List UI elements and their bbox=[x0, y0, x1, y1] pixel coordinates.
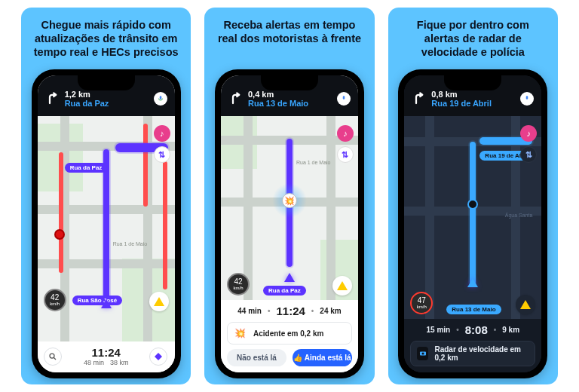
notch bbox=[444, 75, 501, 90]
eta-distance: 38 km bbox=[110, 359, 129, 366]
map-road bbox=[244, 116, 253, 300]
street-label: Água Santa bbox=[505, 213, 533, 218]
app-screen: 0,4 km Rua 13 de Maio 💥 Rua 1 de Maio bbox=[221, 75, 358, 372]
alert-text: Radar de velocidade em 0,2 km bbox=[434, 345, 528, 362]
phone-frame: 0,4 km Rua 13 de Maio 💥 Rua 1 de Maio bbox=[215, 69, 364, 378]
app-screen-dark: 0,8 km Rua 19 de Abril Rua 19 de Abril R… bbox=[404, 75, 541, 372]
nav-street: Rua 19 de Abril bbox=[431, 99, 492, 108]
speed-value: 42 bbox=[51, 294, 59, 302]
speed-unit: km/h bbox=[50, 302, 60, 306]
alert-card: 💥 Acidente em 0,2 km bbox=[227, 322, 352, 345]
map-road bbox=[425, 116, 434, 319]
turn-right-icon bbox=[412, 92, 425, 106]
eta-row[interactable]: 44 min • 11:24 • 24 km bbox=[227, 305, 352, 317]
mic-icon bbox=[157, 95, 164, 103]
speed-unit: km/h bbox=[233, 286, 243, 290]
headline: Chegue mais rápido com atualizações de t… bbox=[30, 18, 182, 62]
map-view[interactable]: Rua da Paz Rua São José Rua 1 de Maio ♪ … bbox=[38, 116, 175, 341]
traffic-congestion bbox=[163, 161, 167, 289]
report-button[interactable] bbox=[516, 295, 535, 314]
confirm-row: Não está lá 👍 Ainda está lá bbox=[227, 349, 352, 366]
incident-pin[interactable]: 💥 bbox=[282, 193, 297, 208]
voice-button[interactable] bbox=[154, 92, 167, 106]
nav-distance: 0,8 km bbox=[431, 90, 492, 99]
traffic-congestion bbox=[59, 152, 63, 273]
turn-right-icon bbox=[228, 92, 242, 106]
vehicle-marker bbox=[284, 273, 295, 282]
map-view[interactable]: Rua 19 de Abril Rua 13 de Maio Água Sant… bbox=[404, 116, 541, 319]
directions-icon bbox=[154, 352, 163, 361]
thumbs-up-icon: 👍 bbox=[293, 354, 302, 362]
eta-minutes: 15 min bbox=[427, 326, 451, 334]
still-there-button[interactable]: 👍 Ainda está lá bbox=[293, 349, 352, 366]
route-options-button[interactable]: ⇅ bbox=[337, 146, 354, 163]
nav-info: 1,2 km Rua da Paz bbox=[65, 90, 109, 108]
nav-street: Rua da Paz bbox=[65, 99, 109, 108]
store-panel-3: Fique por dentro com alertas de radar de… bbox=[388, 8, 558, 384]
svg-point-1 bbox=[50, 354, 54, 358]
eta-minutes: 48 min bbox=[84, 359, 104, 366]
search-icon bbox=[48, 352, 57, 361]
store-panel-1: Chegue mais rápido com atualizações de t… bbox=[21, 8, 191, 384]
voice-button[interactable] bbox=[520, 92, 534, 106]
not-there-button[interactable]: Não está lá bbox=[227, 349, 286, 366]
turn-right-icon bbox=[45, 92, 59, 106]
alert-text: Acidente em 0,2 km bbox=[253, 329, 323, 338]
speed-value: 47 bbox=[418, 297, 426, 305]
arrival-time: 11:24 bbox=[276, 305, 305, 317]
voice-button[interactable] bbox=[337, 92, 351, 106]
mic-icon bbox=[523, 95, 531, 103]
svg-rect-0 bbox=[159, 96, 161, 100]
eta-minutes: 44 min bbox=[237, 307, 262, 315]
warning-icon bbox=[154, 297, 164, 306]
phone-frame: 1,2 km Rua da Paz R bbox=[32, 69, 181, 378]
street-pill: Rua da Paz bbox=[65, 163, 108, 173]
headline: Fique por dentro com alertas de radar de… bbox=[397, 18, 549, 62]
route-options-button[interactable]: ⇅ bbox=[154, 146, 170, 163]
svg-line-2 bbox=[54, 357, 56, 360]
headline: Receba alertas em tempo real dos motoris… bbox=[213, 18, 365, 62]
warning-icon bbox=[337, 281, 348, 290]
mic-icon bbox=[340, 95, 348, 103]
menu-button[interactable] bbox=[149, 348, 167, 366]
arrival-time: 11:24 bbox=[68, 346, 145, 359]
eta-block[interactable]: 11:24 48 min 38 km bbox=[68, 346, 145, 366]
phone-frame: 0,8 km Rua 19 de Abril Rua 19 de Abril R… bbox=[398, 69, 547, 378]
eta-row[interactable]: 15 min • 8:08 • 9 km bbox=[410, 323, 535, 336]
nav-info: 0,8 km Rua 19 de Abril bbox=[431, 90, 492, 108]
report-button[interactable] bbox=[149, 292, 169, 311]
eta-distance: 9 km bbox=[502, 326, 519, 334]
map-view[interactable]: 💥 Rua 1 de Maio Rua da Paz ♪ ⇅ 42 km/h bbox=[221, 116, 358, 300]
music-button[interactable]: ♪ bbox=[337, 125, 354, 142]
search-button[interactable] bbox=[44, 348, 62, 366]
vehicle-marker bbox=[101, 299, 112, 308]
nav-street: Rua 13 de Maio bbox=[248, 99, 308, 108]
music-button[interactable]: ♪ bbox=[154, 125, 170, 142]
speed-value: 42 bbox=[234, 278, 242, 286]
arrival-time: 8:08 bbox=[465, 323, 488, 336]
route-options-button[interactable]: ⇅ bbox=[520, 146, 537, 163]
street-label: Rua 1 de Maio bbox=[296, 160, 331, 165]
map-road bbox=[326, 116, 335, 300]
speed-indicator: 42 km/h bbox=[227, 273, 250, 296]
route-line bbox=[470, 142, 476, 285]
report-button[interactable] bbox=[332, 276, 352, 296]
alert-card: Radar de velocidade em 0,2 km bbox=[410, 341, 535, 366]
bottom-bar: 15 min • 8:08 • 9 km Radar de velocidade… bbox=[404, 319, 541, 372]
hazard-pin[interactable] bbox=[54, 229, 65, 240]
traffic-congestion bbox=[143, 124, 148, 207]
vehicle-marker bbox=[467, 278, 478, 287]
street-pill: Rua 13 de Maio bbox=[446, 305, 501, 314]
notch bbox=[261, 75, 318, 90]
street-pill: Rua São José bbox=[72, 296, 122, 305]
svg-rect-4 bbox=[526, 96, 528, 100]
street-pill: Rua da Paz bbox=[263, 286, 306, 296]
svg-point-6 bbox=[421, 353, 424, 355]
app-screen: 1,2 km Rua da Paz R bbox=[38, 75, 175, 372]
speed-unit: km/h bbox=[417, 305, 427, 309]
store-panel-2: Receba alertas em tempo real dos motoris… bbox=[204, 8, 374, 384]
bottom-bar: 11:24 48 min 38 km bbox=[38, 341, 175, 372]
street-label: Rua 1 de Maio bbox=[113, 241, 148, 247]
bottom-bar: 44 min • 11:24 • 24 km 💥 Acidente em 0,2… bbox=[221, 300, 358, 372]
eta-distance: 24 km bbox=[320, 307, 341, 315]
